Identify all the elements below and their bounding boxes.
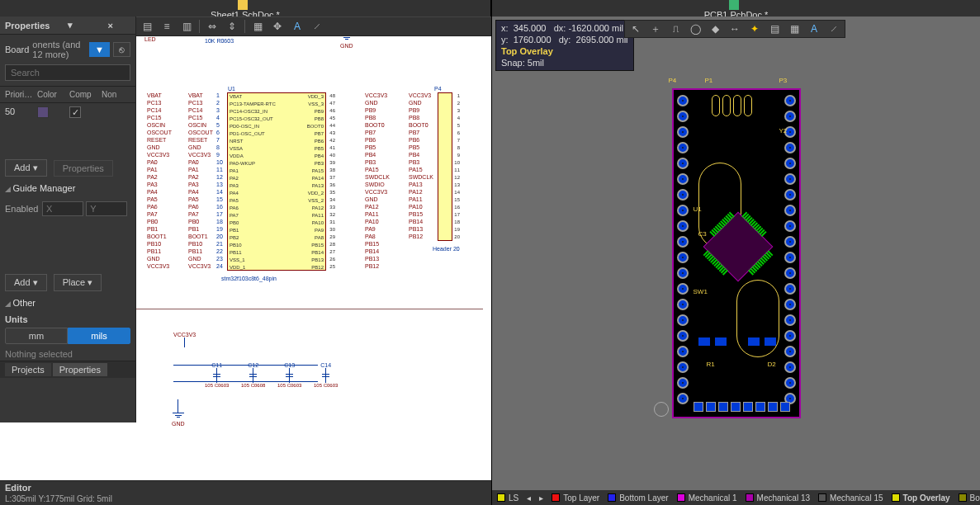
footer-tab-properties[interactable]: Properties [53, 363, 107, 376]
measure-icon-pcb[interactable]: ⟋ [826, 21, 841, 36]
guide-manager-header[interactable]: Guide Manager [0, 180, 135, 196]
via-icon[interactable]: ◯ [688, 21, 703, 36]
filter-pin-button[interactable]: ⎋ [113, 42, 130, 57]
guide-x-input[interactable] [42, 201, 83, 216]
color-swatch[interactable] [37, 106, 49, 118]
filter-button[interactable]: ▼ [89, 42, 110, 57]
left-statusbar: Editor L:305mil Y:1775mil Grid: 5mil [0, 480, 491, 505]
guide-enabled-label: Enabled [5, 204, 40, 214]
poly-icon[interactable]: ◆ [708, 21, 722, 36]
move-icon[interactable]: ✥ [270, 19, 285, 34]
add-icon[interactable]: ＋ [648, 21, 663, 36]
units-mm[interactable]: mm [5, 328, 68, 344]
guide-y-input[interactable] [86, 201, 127, 216]
grid-row[interactable]: 50 ✓ [0, 103, 135, 123]
header-des: P4 [434, 86, 442, 92]
board-outline: SW1 Y2 U1 [672, 88, 801, 418]
align-center-icon[interactable]: ≡ [159, 19, 174, 34]
gnd-top-label: GND [340, 43, 353, 49]
pcb-file-icon [729, 0, 739, 10]
board-label: Board [5, 45, 29, 54]
silk-c3: C3 [698, 230, 707, 238]
cursor-status: L:305mil Y:1775mil Grid: 5mil [0, 494, 491, 505]
header-name: Header 20 [433, 246, 460, 252]
add-button[interactable]: Add ▾ [5, 159, 47, 177]
grid-icon[interactable]: ▦ [250, 19, 265, 34]
snap-label: Snap: 5mil [501, 57, 628, 68]
units-label: Units [5, 314, 130, 324]
properties-panel: Properties ▾ × Board onents (and 12 more… [0, 17, 136, 422]
layer-tab[interactable]: Bottom Ov [959, 493, 980, 503]
grid-header: Priori… Color Comp Non [0, 87, 135, 103]
route-icon[interactable]: ⎍ [668, 21, 683, 36]
schematic-file-icon [238, 0, 248, 10]
pcb-toolbar: ↖ ＋ ⎍ ◯ ◆ ↔ ✦ ▤ ▦ A ⟋ [624, 20, 845, 38]
led-label: LED [144, 36, 156, 42]
layer-tab[interactable]: Top Overlay [892, 493, 950, 503]
search-input[interactable] [5, 64, 130, 81]
pcb-canvas[interactable]: P4 P1 P3 SW1 [492, 17, 980, 490]
layers-icon[interactable]: ▤ [767, 21, 782, 36]
chip-des: U1 [228, 86, 235, 92]
silk-u1: U1 [694, 205, 702, 213]
layer-tab[interactable]: Top Layer [552, 493, 599, 503]
part-des-pc13: PC13 [230, 36, 244, 37]
decoup-power: VCC3V3 [173, 332, 196, 337]
place-button[interactable]: Place ▾ [54, 274, 102, 291]
silk-p1: P1 [705, 77, 713, 84]
layer-tabs: LS ◂ ▸ Top LayerBottom LayerMechanical 1… [492, 490, 980, 505]
distribute-v-icon[interactable]: ⇕ [225, 19, 239, 34]
silk-p4: P4 [669, 77, 677, 84]
decoup-gnd: GND [172, 421, 185, 427]
dim-icon[interactable]: ↔ [727, 21, 742, 36]
schematic-toolbar: ▤ ≡ ▥ ⇔ ⇕ ▦ ✥ A ⟋ [136, 17, 491, 36]
header-body[interactable]: 1234567891011121314151617181920 [438, 92, 452, 241]
add-guide-button[interactable]: Add ▾ [5, 274, 47, 291]
layer-tab[interactable]: Mechanical 1 [677, 493, 737, 503]
layer-tab[interactable]: Mechanical 13 [746, 493, 810, 503]
filter-summary: onents (and 12 more) [32, 40, 86, 59]
footer-tab-projects[interactable]: Projects [5, 363, 51, 376]
layer-tab[interactable]: Mechanical 15 [818, 493, 883, 503]
grid-icon-pcb[interactable]: ▦ [787, 21, 802, 36]
other-section-header[interactable]: Other [0, 295, 135, 311]
text-icon[interactable]: A [290, 19, 305, 34]
panel-menu-icon[interactable]: ▾ [50, 20, 90, 31]
silk-sw1: SW1 [694, 288, 708, 295]
layer-tab[interactable]: Bottom Layer [608, 493, 668, 503]
panel-close-icon[interactable]: × [90, 21, 130, 31]
silk-y2: Y2 [779, 127, 788, 135]
active-layer: Top Overlay [501, 45, 628, 57]
distribute-h-icon[interactable]: ⇔ [205, 19, 220, 34]
origin-marker [654, 402, 669, 417]
measure-icon[interactable]: ⟋ [310, 19, 324, 34]
silk-d2: D2 [768, 361, 776, 368]
highlight-icon[interactable]: ✦ [747, 21, 762, 36]
text-icon-pcb[interactable]: A [807, 21, 821, 36]
chip-body[interactable]: VBATPC13-TAMPER-RTCPC14-OSC32_INPC15-OSC… [227, 92, 326, 271]
comp-checkbox[interactable]: ✓ [69, 106, 81, 118]
silk-r1: R1 [707, 361, 715, 368]
properties-title: Properties [5, 21, 50, 31]
silk-p3: P3 [779, 77, 788, 84]
layer-nav-prev[interactable]: ◂ [527, 493, 531, 503]
align-left-icon[interactable]: ▤ [140, 19, 154, 34]
selection-note: Nothing selected [0, 347, 135, 361]
res-label: 10K R0603 [205, 38, 234, 44]
pcb-heads-up: x: 345.000 dx: -1620.000 mil y: 1760.000… [495, 20, 634, 71]
chip-footprint: stm32f103c8t6_48pin [221, 276, 277, 281]
properties-button[interactable]: Properties [54, 160, 113, 177]
cursor-icon[interactable]: ↖ [628, 21, 643, 36]
layer-nav-next[interactable]: ▸ [539, 493, 543, 503]
align-right-icon[interactable]: ▥ [179, 19, 194, 34]
editor-label: Editor [0, 481, 491, 494]
units-mils[interactable]: mils [68, 328, 130, 344]
bottom-header [694, 402, 790, 412]
